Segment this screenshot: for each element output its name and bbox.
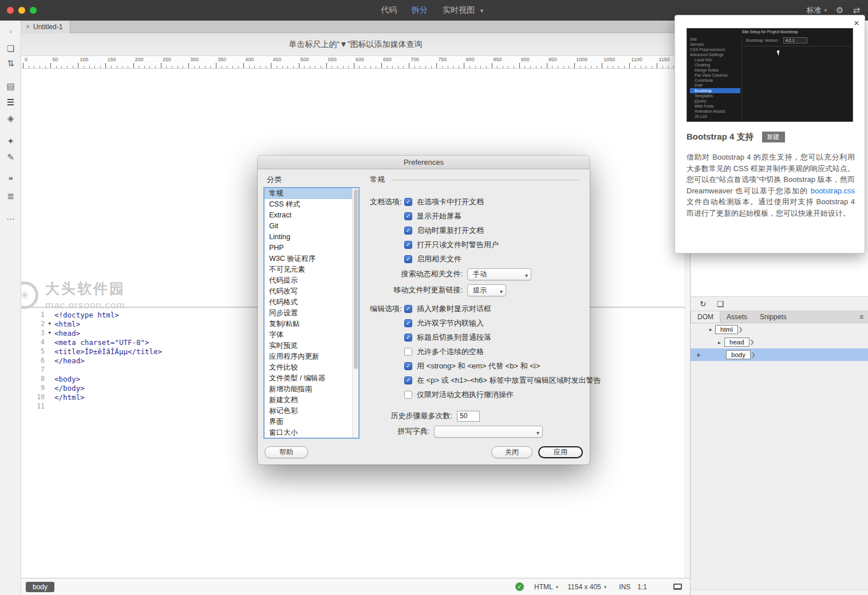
doctype-dropdown[interactable]: HTML ▾ [534,583,558,591]
chevron-down-icon[interactable]: ▾ [709,327,712,333]
category-item[interactable]: 标记色彩 [265,406,358,416]
horizontal-ruler[interactable]: 0501001502002503003504004505005506006507… [21,56,690,69]
category-item[interactable]: 同步设置 [265,308,358,319]
horizontal-scrollbar[interactable] [691,589,868,595]
checkbox[interactable]: ✓ [404,255,412,263]
code-line-text[interactable]: <body> [54,375,80,383]
checklist-icon[interactable]: ≣ [0,190,21,203]
history-steps-input[interactable] [457,411,480,422]
panel-tab-dom[interactable]: DOM [691,311,720,323]
checkbox[interactable] [404,348,412,356]
add-element-button[interactable]: + [696,351,701,359]
code-line-text[interactable]: </body> [54,384,85,392]
code-line-text[interactable]: <!doctype html> [54,311,119,319]
edit-icon[interactable]: ✎ [0,151,21,164]
category-item[interactable]: Extract [265,210,358,221]
dom-tag-body[interactable]: body [726,350,751,359]
code-line-text[interactable]: <head> [54,329,80,338]
close-button[interactable]: 关闭 [491,446,532,458]
category-item[interactable]: 界面 [265,416,358,427]
dom-tree-row[interactable]: ▸head❯ [691,336,868,348]
scrollbar-thumb[interactable] [354,189,358,369]
category-item[interactable]: 文件比较 [265,362,358,373]
panel-tab-assets[interactable]: Assets [720,311,753,323]
dom-tag-html[interactable]: html [715,325,738,334]
checkbox[interactable]: ✓ [404,376,412,384]
category-item[interactable]: 应用程序内更新 [265,351,358,362]
document-tab[interactable]: × Untitled-1 [21,21,70,33]
open-documents-icon[interactable]: ❏ [0,42,21,55]
file-management-icon[interactable]: ⇅ [0,57,21,70]
code-line-text[interactable]: <meta charset="UTF-8"> [54,338,149,347]
help-button[interactable]: 帮助 [265,446,308,458]
minimize-window-button[interactable] [18,7,25,14]
checkbox[interactable]: ✓ [404,227,412,235]
outline-icon[interactable]: ☰ [0,96,21,109]
close-window-button[interactable] [7,7,14,14]
category-item[interactable]: Git [265,221,358,232]
zoom-window-button[interactable] [30,7,37,14]
media-query-bar[interactable]: 单击标尺上的“▼”图标以添加媒体查询 [21,33,690,56]
comments-icon[interactable]: ❝ [0,174,21,187]
sync-settings-icon[interactable]: ⇄ [853,5,860,15]
category-item[interactable]: 新建文档 [265,395,358,406]
move-files-dropdown[interactable]: 提示▾ [467,284,506,296]
dom-tree-row[interactable]: +body❯ [691,348,868,361]
apply-button[interactable]: 应用 [538,446,583,458]
category-item[interactable]: 文件类型 / 编辑器 [265,373,358,384]
category-item[interactable]: 字体 [265,330,358,340]
code-line-text[interactable]: </head> [54,356,85,365]
checkbox[interactable]: ✓ [404,362,412,370]
code-line-text[interactable]: </html> [54,393,85,402]
dom-tag-head[interactable]: head [724,338,749,347]
panel-menu-icon[interactable]: ≡ [859,311,868,323]
dialog-title-bar[interactable]: Preferences [258,156,590,169]
checkbox[interactable]: ✓ [404,319,412,327]
category-item[interactable]: 不可见元素 [265,264,358,275]
category-item[interactable]: 常规 [265,188,358,199]
view-mode-split[interactable]: 拆分 [412,5,428,15]
category-item[interactable]: Linting [265,232,358,243]
category-item[interactable]: CSS 样式 [265,199,358,210]
spelling-dictionary-dropdown[interactable]: ▾ [434,426,543,438]
chevron-down-icon[interactable]: ▾ [480,7,483,14]
category-item[interactable]: 代码提示 [265,275,358,286]
tag-selector-body[interactable]: body [26,582,54,592]
checkbox[interactable]: ✓ [404,305,412,313]
bootstrap-css-link[interactable]: bootstrap.css [811,187,855,195]
fold-triangle-icon[interactable]: ▼ [45,331,54,335]
checkbox[interactable]: ✓ [404,241,412,249]
close-icon[interactable]: × [854,18,859,28]
checkbox[interactable]: ✓ [404,334,412,342]
related-files-dropdown[interactable]: 手动▾ [467,268,531,280]
code-line-text[interactable]: <html> [54,320,80,328]
panel-tab-snippets[interactable]: Snippets [753,311,793,323]
category-list-scrollbar[interactable] [352,188,358,438]
checkbox[interactable]: ✓ [404,212,412,220]
extract-icon[interactable]: ◈ [0,112,21,125]
more-tools-icon[interactable]: ⋯ [0,213,21,225]
category-item[interactable]: W3C 验证程序 [265,253,358,264]
lint-ok-icon[interactable]: ✓ [515,582,524,591]
workspace-switcher[interactable]: 标准 ▾ [806,5,827,15]
view-mode-code[interactable]: 代码 [381,5,397,15]
category-item[interactable]: 代码格式 [265,297,358,308]
close-tab-icon[interactable]: × [26,23,30,30]
category-item[interactable]: 代码改写 [265,286,358,297]
code-line-text[interactable]: <title>ÎÞ±êÌâÎÄµµ</title> [54,347,162,356]
category-item[interactable]: 窗口大小 [265,427,358,438]
category-item[interactable]: 新增功能指南 [265,384,358,395]
live-preview-icon[interactable]: ▤ [0,80,21,93]
window-size-dropdown[interactable]: 1154 x 405 ▾ [567,583,606,591]
checkbox[interactable]: ✓ [404,198,412,206]
refresh-icon[interactable]: ↻ [700,299,707,308]
device-preview-icon[interactable] [673,584,682,590]
view-mode-live[interactable]: 实时视图 [443,5,475,15]
source-file-icon[interactable]: ❏ [717,299,724,308]
category-item[interactable]: 复制/粘贴 [265,319,358,330]
effects-icon[interactable]: ✦ [0,135,21,148]
dom-tree-row[interactable]: ▾html❯ [691,323,868,336]
category-item[interactable]: PHP [265,243,358,253]
chevron-right-icon[interactable]: ▸ [718,339,721,346]
gear-icon[interactable]: ⚙ [836,5,843,15]
